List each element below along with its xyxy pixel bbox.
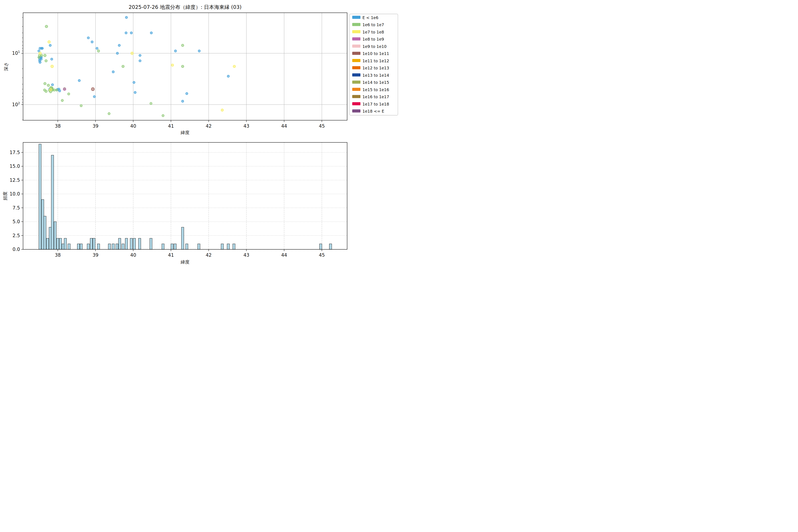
hist-bar [233, 244, 235, 249]
scatter-point [39, 61, 41, 63]
scatter-point [97, 50, 100, 52]
x-tick-label: 44 [281, 252, 287, 258]
scatter-point [61, 99, 63, 101]
figure-page: 2025-07-26 地震分布（緯度）: 日本海東縁 (03) 10110238… [0, 0, 399, 266]
legend-item-label: 1e7 to 1e8 [362, 30, 384, 34]
scatter-point [80, 104, 82, 107]
legend-item-label: 1e12 to 1e13 [362, 65, 389, 70]
x-tick-label: 39 [92, 124, 98, 129]
legend-swatch [352, 16, 360, 19]
scatter-point [55, 89, 58, 91]
y-tick-label: 12.5 [10, 177, 20, 183]
x-axis-label: 緯度 [180, 130, 190, 135]
x-tick-label: 44 [281, 124, 287, 129]
legend-swatch [352, 37, 360, 41]
legend-swatch [352, 23, 360, 26]
legend-item-label: 1e10 to 1e11 [362, 51, 389, 56]
hist-bar [122, 244, 125, 249]
scatter-point [38, 56, 40, 58]
x-tick-label: 42 [206, 252, 212, 258]
scatter-point [125, 16, 128, 19]
legend-item-label: 1e6 to 1e7 [362, 22, 384, 27]
hist-bar [59, 238, 62, 249]
legend-item-label: 1e18 <= E [362, 109, 384, 114]
scatter-point [133, 81, 135, 83]
scatter-point [198, 50, 201, 52]
hist-bar [150, 238, 152, 249]
y-tick-label: 7.5 [13, 205, 20, 211]
scatter-point [130, 32, 132, 34]
legend-swatch [352, 88, 360, 91]
hist-bar [44, 216, 46, 249]
hist-bar [227, 244, 229, 249]
hist-bar [108, 244, 111, 249]
hist-bar [80, 244, 82, 249]
y-axis-label: 頻度 [2, 191, 8, 201]
hist-bar [77, 244, 80, 249]
y-tick-label: 102 [12, 101, 20, 107]
scatter-point [51, 65, 53, 68]
hist-bar [116, 244, 118, 249]
scatter-point [93, 96, 96, 98]
hist-bar [118, 238, 121, 249]
hist-bar [181, 227, 184, 249]
scatter-point [131, 52, 133, 55]
scatter-point [139, 54, 141, 57]
scatter-point [174, 50, 177, 52]
histogram: 0.02.55.07.510.012.515.017.5383940414243… [2, 142, 347, 265]
y-tick-label: 0.0 [13, 247, 20, 252]
hist-bar [93, 238, 95, 249]
legend-item-label: 1e14 to 1e15 [362, 80, 389, 85]
hist-bar [64, 238, 66, 249]
scatter-point [45, 90, 47, 92]
hist-bar [57, 238, 59, 249]
hist-bar [186, 244, 188, 249]
legend-item-label: 1e8 to 1e9 [362, 37, 384, 41]
hist-bar [329, 244, 332, 249]
legend-swatch [352, 95, 360, 98]
hist-bar [198, 244, 200, 249]
x-tick-label: 39 [92, 252, 98, 258]
x-tick-label: 38 [55, 252, 61, 258]
scatter-point [134, 91, 136, 94]
scatter-point [91, 88, 94, 91]
legend-item-label: 1e11 to 1e12 [362, 58, 389, 63]
histogram-frame [23, 142, 347, 250]
hist-bar [319, 244, 322, 249]
x-tick-label: 38 [55, 124, 61, 129]
legend-item-label: 1e15 to 1e16 [362, 87, 389, 92]
scatter-point [45, 25, 48, 28]
earthquake-figure: 2025-07-26 地震分布（緯度）: 日本海東縁 (03) 10110238… [0, 0, 399, 266]
scatter-point [96, 47, 98, 50]
scatter-point [49, 88, 52, 91]
x-tick-label: 43 [243, 252, 249, 258]
x-tick-label: 41 [168, 252, 174, 258]
scatter-point [68, 93, 70, 95]
hist-bar [112, 244, 114, 249]
scatter-point [182, 100, 184, 102]
hist-bar [68, 244, 70, 249]
scatter-point [44, 54, 46, 57]
hist-bar [49, 227, 52, 249]
legend-item-label: 1e17 to 1e18 [362, 102, 389, 107]
x-tick-label: 40 [130, 252, 136, 258]
scatter-point [39, 52, 41, 55]
hist-bar [171, 244, 173, 249]
x-tick-label: 40 [130, 124, 136, 129]
x-tick-label: 41 [168, 124, 174, 129]
scatter-point [122, 65, 125, 68]
hist-bar [39, 144, 41, 249]
hist-bar [87, 244, 90, 249]
x-axis-label: 緯度 [180, 259, 190, 265]
legend-swatch [352, 44, 360, 48]
scatter-point [116, 52, 118, 54]
scatter-point [52, 83, 54, 86]
legend-item-label: E < 1e6 [362, 15, 378, 20]
legend-item-label: 1e13 to 1e14 [362, 73, 389, 78]
y-tick-label: 101 [12, 50, 20, 56]
hist-bar [138, 238, 141, 249]
hist-bar [221, 244, 224, 249]
scatter-frame [23, 13, 347, 120]
hist-bar [46, 238, 49, 249]
hist-bar [62, 244, 64, 249]
